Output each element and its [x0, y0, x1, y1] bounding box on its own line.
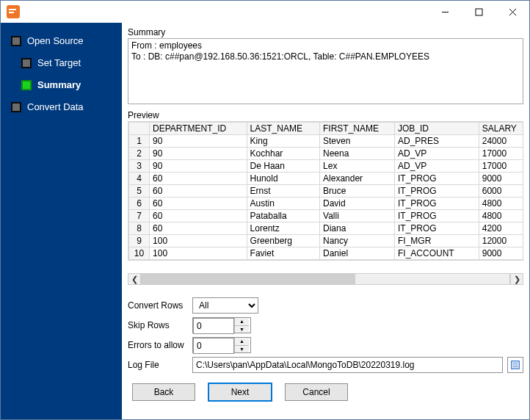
nav-label: Summary [37, 78, 81, 93]
cell-last: Faviet [247, 247, 319, 260]
app-icon [7, 5, 20, 18]
step-box-icon [11, 102, 21, 112]
cell-job: FI_ACCOUNT [395, 247, 479, 260]
grid-corner [129, 123, 150, 135]
cell-last: King [247, 135, 319, 148]
browse-log-button[interactable] [507, 357, 523, 373]
scroll-track[interactable] [141, 273, 510, 285]
errors-input[interactable] [193, 338, 234, 354]
maximize-button[interactable] [462, 1, 495, 23]
table-row[interactable]: 660AustinDavidIT_PROG4800DAUSTIN [129, 198, 524, 210]
cell-last: Kochhar [247, 148, 319, 160]
step-box-icon [11, 36, 21, 46]
cell-dept: 100 [150, 235, 247, 247]
cell-first: Alexander [320, 173, 395, 185]
cell-dept: 60 [150, 173, 247, 185]
cell-sal: 6000 [479, 185, 523, 198]
col-header[interactable]: JOB_ID [395, 123, 479, 135]
cell-first: Bruce [320, 185, 395, 198]
log-file-input[interactable] [192, 357, 503, 373]
cell-sal: 9000 [479, 247, 523, 260]
row-number: 9 [129, 235, 150, 247]
table-row[interactable]: 290KochharNeenaAD_VP17000NKOCHHAR [129, 148, 524, 160]
svg-rect-1 [476, 9, 482, 15]
minimize-button[interactable] [428, 1, 462, 23]
cell-sal: 4800 [479, 198, 523, 210]
close-button[interactable] [495, 1, 529, 23]
document-icon [510, 360, 520, 370]
next-button[interactable]: Next [208, 383, 272, 401]
step-box-icon [21, 80, 32, 90]
main-panel: Summary From : employees To : DB: c##pan… [122, 23, 529, 419]
cell-sal: 9000 [479, 173, 523, 185]
cell-sal: 24000 [479, 135, 523, 148]
scroll-thumb[interactable] [142, 274, 355, 284]
scroll-left-icon[interactable]: ❮ [128, 273, 141, 285]
cell-last: De Haan [247, 160, 319, 173]
cell-first: Nancy [320, 235, 395, 247]
skip-rows-label: Skip Rows [128, 320, 192, 330]
cell-dept: 60 [150, 222, 247, 235]
wizard-buttons: Back Next Cancel [125, 376, 526, 410]
summary-text: From : employees To : DB: c##pan@192.168… [128, 38, 523, 104]
spin-down-icon[interactable]: ▼ [235, 346, 249, 353]
convert-rows-select[interactable]: All [192, 297, 258, 314]
spin-down-icon[interactable]: ▼ [235, 326, 249, 333]
nav-summary[interactable]: Summary [1, 74, 122, 96]
nav-label: Convert Data [27, 100, 84, 115]
horizontal-scrollbar[interactable]: ❮ ❯ [128, 272, 523, 286]
cell-last: Pataballa [247, 210, 319, 222]
table-row[interactable]: 460HunoldAlexanderIT_PROG9000AHUNOLD [129, 173, 524, 185]
table-row[interactable]: 10100FavietDanielFI_ACCOUNT9000DFAVIET [129, 247, 524, 260]
table-row[interactable]: 760PataballaValliIT_PROG4800VPATABAL [129, 210, 524, 222]
cell-dept: 60 [150, 210, 247, 222]
cell-first: Valli [320, 210, 395, 222]
cell-last: Ernst [247, 185, 319, 198]
cell-dept: 90 [150, 135, 247, 148]
table-row[interactable]: 9100GreenbergNancyFI_MGR12000NGREENBE [129, 235, 524, 247]
table-row[interactable]: 860LorentzDianaIT_PROG4200DLORENTZ [129, 222, 524, 235]
col-header[interactable]: FIRST_NAME [320, 123, 395, 135]
scroll-right-icon[interactable]: ❯ [510, 273, 523, 285]
cancel-button[interactable]: Cancel [285, 383, 348, 401]
cell-dept: 90 [150, 160, 247, 173]
row-number: 4 [129, 173, 150, 185]
table-row[interactable]: 390De HaanLexAD_VP17000LDEHAAN [129, 160, 524, 173]
spin-up-icon[interactable]: ▲ [235, 338, 249, 346]
convert-rows-label: Convert Rows [128, 300, 192, 311]
cell-job: IT_PROG [395, 198, 479, 210]
skip-rows-spinner[interactable]: ▲ ▼ [192, 317, 251, 333]
nav-set-target[interactable]: Set Target [1, 52, 122, 74]
wizard-sidebar: Open Source Set Target Summary Convert D… [1, 23, 122, 419]
table-row[interactable]: 560ErnstBruceIT_PROG6000BERNST [129, 185, 524, 198]
cell-job: IT_PROG [395, 222, 479, 235]
cell-sal: 17000 [479, 148, 523, 160]
cell-last: Austin [247, 198, 319, 210]
row-number: 8 [129, 222, 150, 235]
nav-convert-data[interactable]: Convert Data [1, 96, 122, 118]
table-row[interactable]: 190KingStevenAD_PRES24000SKING [129, 135, 524, 148]
errors-spinner[interactable]: ▲ ▼ [192, 337, 251, 353]
col-header[interactable]: SALARY [479, 123, 523, 135]
preview-grid[interactable]: DEPARTMENT_ID LAST_NAME FIRST_NAME JOB_I… [128, 121, 523, 261]
row-number: 6 [129, 198, 150, 210]
col-header[interactable]: DEPARTMENT_ID [150, 123, 247, 135]
options-form: Convert Rows All Skip Rows ▲ ▼ [128, 294, 523, 376]
cell-sal: 17000 [479, 160, 523, 173]
cell-first: Neena [320, 148, 395, 160]
row-number: 5 [129, 185, 150, 198]
cell-dept: 90 [150, 148, 247, 160]
cell-job: FI_MGR [395, 235, 479, 247]
cell-dept: 60 [150, 198, 247, 210]
back-button[interactable]: Back [132, 383, 195, 401]
spin-up-icon[interactable]: ▲ [235, 318, 249, 326]
cell-last: Hunold [247, 173, 319, 185]
cell-first: David [320, 198, 395, 210]
nav-label: Open Source [27, 34, 84, 48]
row-number: 1 [129, 135, 150, 148]
skip-rows-input[interactable] [193, 318, 234, 334]
row-number: 3 [129, 160, 150, 173]
col-header[interactable]: LAST_NAME [247, 123, 319, 135]
cell-job: AD_VP [395, 160, 479, 173]
nav-open-source[interactable]: Open Source [1, 30, 122, 52]
